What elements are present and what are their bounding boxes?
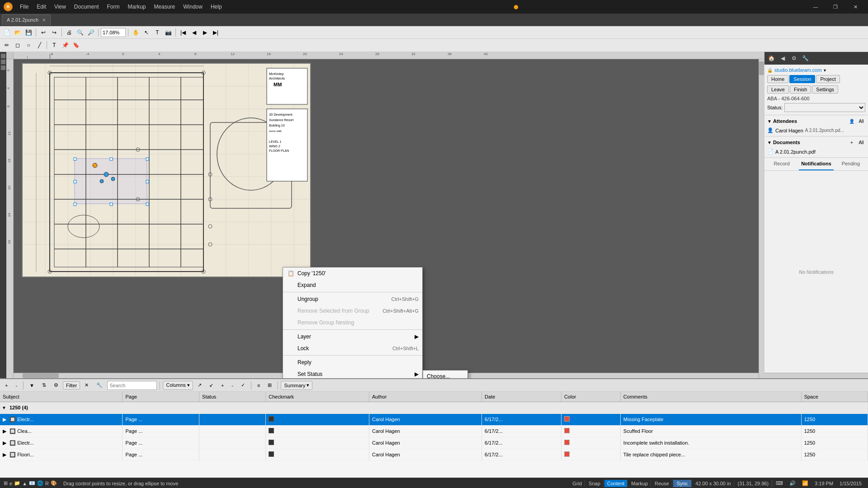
col-checkmark[interactable]: Checkmark bbox=[266, 392, 369, 402]
gdrive-icon[interactable]: ▲ bbox=[22, 481, 27, 486]
table-row[interactable]: ▶ 🔲 Electr... Page ... Carol Hagen 6/17/… bbox=[0, 437, 868, 449]
ctx-lock[interactable]: Lock Ctrl+Shift+L bbox=[283, 343, 422, 354]
studio-settings-button[interactable]: Settings bbox=[812, 85, 838, 94]
folder-icon[interactable]: 📁 bbox=[14, 480, 20, 486]
checkmark-button[interactable]: ✓ bbox=[238, 380, 248, 390]
add-markup-button[interactable]: + bbox=[2, 380, 11, 390]
row-expand-icon[interactable]: ▶ bbox=[3, 440, 6, 446]
menu-form[interactable]: Form bbox=[104, 2, 123, 12]
row-expand-icon[interactable]: ▶ bbox=[3, 417, 6, 422]
table-row[interactable]: ▶ 🔲 Clea... Page ... Carol Hagen 6/17/2.… bbox=[0, 425, 868, 437]
ctx-copy[interactable]: 📋 Copy '1250' bbox=[283, 267, 422, 279]
markup-button[interactable]: Markup bbox=[628, 480, 651, 487]
select-button[interactable]: ↖ bbox=[142, 28, 151, 38]
markup-tool-4[interactable]: ╱ bbox=[34, 40, 44, 50]
chrome-icon[interactable]: 🌐 bbox=[37, 480, 43, 486]
pan-button[interactable]: ✋ bbox=[131, 28, 141, 38]
document-tab[interactable]: A 2.01.2punch ✕ bbox=[2, 14, 51, 25]
grid-view-button[interactable]: ⊞ bbox=[264, 380, 275, 390]
summary-button[interactable]: Summary ▾ bbox=[281, 381, 312, 390]
tab-record[interactable]: Record bbox=[764, 158, 799, 170]
settings-btn[interactable]: ⚙ bbox=[51, 380, 61, 390]
undo-button[interactable]: ↩ bbox=[38, 28, 48, 38]
menu-view[interactable]: View bbox=[51, 2, 70, 12]
table-row[interactable]: ▶ 🔲 Electr... Page ... Carol Hagen 6/17/… bbox=[0, 413, 868, 425]
print-button[interactable]: 🖨 bbox=[64, 28, 74, 38]
menu-window[interactable]: Window bbox=[179, 2, 206, 12]
columns-button[interactable]: Columns ▾ bbox=[163, 381, 193, 390]
col-comments[interactable]: Comments bbox=[620, 392, 801, 402]
clear-filter-button[interactable]: ✕ bbox=[81, 380, 92, 390]
filter-settings-button[interactable]: 🔧 bbox=[93, 380, 106, 390]
snap-button[interactable]: Snap bbox=[586, 480, 604, 487]
zoom-in-button[interactable]: 🔍 bbox=[75, 28, 85, 38]
rp-settings-icon[interactable]: ⚙ bbox=[789, 53, 799, 63]
grid-button[interactable]: Grid bbox=[570, 480, 585, 487]
group-expand-arrow[interactable]: ▼ bbox=[2, 405, 6, 410]
markup-tool-2[interactable]: ◻ bbox=[13, 40, 23, 50]
right-panel-scrollbar[interactable] bbox=[764, 373, 868, 378]
choose-item[interactable]: Choose... bbox=[423, 371, 467, 378]
scrollbar-thumb-h[interactable] bbox=[23, 373, 59, 378]
open-button[interactable]: 📂 bbox=[13, 28, 23, 38]
attendees-add-icon[interactable]: 👤 bbox=[848, 117, 856, 125]
paint-icon[interactable]: 🎨 bbox=[51, 480, 57, 486]
remove-markup-button[interactable]: - bbox=[12, 380, 20, 390]
ctx-expand[interactable]: Expand bbox=[283, 279, 422, 291]
blueprint-canvas[interactable]: McKinley Architects MM JD Development Su… bbox=[14, 59, 764, 378]
list-view-button[interactable]: ≡ bbox=[254, 380, 263, 390]
add-row-button[interactable]: + bbox=[218, 380, 227, 390]
sort-button[interactable]: ⇅ bbox=[39, 380, 49, 390]
maximize-button[interactable]: ❐ bbox=[826, 0, 844, 14]
rp-back-icon[interactable]: ◀ bbox=[778, 53, 788, 63]
row-expand-icon[interactable]: ▶ bbox=[3, 452, 6, 457]
markup-tool-5[interactable]: T bbox=[49, 40, 59, 50]
col-author[interactable]: Author bbox=[369, 392, 481, 402]
studio-session-button[interactable]: Session bbox=[789, 75, 815, 83]
snapshot-button[interactable]: 📷 bbox=[163, 28, 173, 38]
delete-row-button[interactable]: - bbox=[228, 380, 236, 390]
tab-notifications[interactable]: Notifications bbox=[799, 158, 833, 170]
menu-help[interactable]: Help bbox=[207, 2, 226, 12]
studio-leave-button[interactable]: Leave bbox=[767, 85, 789, 94]
win-icon[interactable]: ⊞ bbox=[4, 480, 8, 486]
collapse-button[interactable]: ▼ bbox=[26, 380, 38, 390]
rp-home-icon[interactable]: 🏠 bbox=[766, 53, 776, 63]
studio-finish-button[interactable]: Finish bbox=[790, 85, 811, 94]
ctx-layer[interactable]: Layer ▶ bbox=[283, 331, 422, 343]
menu-file[interactable]: File bbox=[16, 2, 32, 12]
prev-page-button[interactable]: ◀ bbox=[189, 28, 199, 38]
stamp-tool[interactable]: 🔖 bbox=[71, 40, 81, 50]
revu-icon[interactable]: R bbox=[45, 481, 49, 486]
scrollbar-thumb-v[interactable] bbox=[759, 61, 764, 75]
export-button[interactable]: ↗ bbox=[194, 380, 205, 390]
profile-icon[interactable]: ● bbox=[513, 1, 519, 13]
menu-measure[interactable]: Measure bbox=[151, 2, 179, 12]
row-expand-icon[interactable]: ▶ bbox=[3, 428, 6, 434]
left-panel-btn-2[interactable] bbox=[1, 60, 5, 64]
tab-close-icon[interactable]: ✕ bbox=[42, 18, 46, 23]
canvas-scrollbar-v[interactable] bbox=[759, 59, 764, 378]
table-row[interactable]: ▶ 🔲 Floori... Page ... Carol Hagen 6/17/… bbox=[0, 449, 868, 460]
text-select-button[interactable]: T bbox=[152, 28, 162, 38]
documents-all-label[interactable]: All bbox=[857, 138, 865, 146]
col-space[interactable]: Space bbox=[801, 392, 868, 402]
col-page[interactable]: Page bbox=[123, 392, 199, 402]
col-subject[interactable]: Subject bbox=[0, 392, 123, 402]
rp-gear-icon[interactable]: 🔧 bbox=[800, 53, 810, 63]
content-button[interactable]: Content bbox=[604, 480, 628, 487]
minimize-button[interactable]: — bbox=[807, 0, 825, 14]
sync-button[interactable]: Sync bbox=[673, 480, 692, 487]
studio-dropdown-icon[interactable]: ▾ bbox=[824, 68, 826, 73]
search-input[interactable] bbox=[107, 381, 157, 390]
attendees-all-label[interactable]: All bbox=[857, 117, 865, 125]
menu-markup[interactable]: Markup bbox=[124, 2, 150, 12]
studio-home-button[interactable]: Home bbox=[767, 75, 788, 83]
col-date[interactable]: Date bbox=[482, 392, 561, 402]
reuse-button[interactable]: Reuse bbox=[652, 480, 672, 487]
col-color[interactable]: Color bbox=[561, 392, 620, 402]
tab-pending[interactable]: Pending bbox=[834, 158, 868, 170]
ctx-reply[interactable]: Reply bbox=[283, 357, 422, 368]
zoom-out-button[interactable]: 🔎 bbox=[86, 28, 96, 38]
status-dropdown[interactable] bbox=[784, 103, 865, 112]
